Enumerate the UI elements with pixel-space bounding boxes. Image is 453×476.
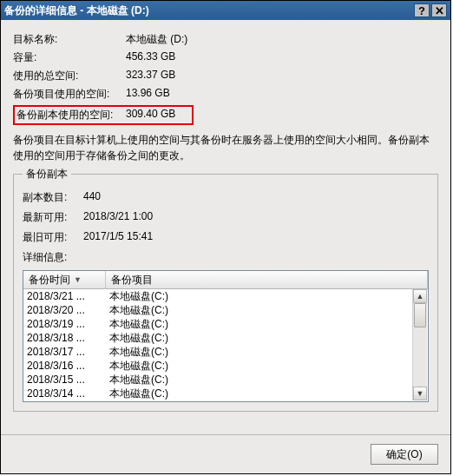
backup-list: 备份时间 ▼ 备份项目 2018/3/21 ...本地磁盘(C:)2018/3/… <box>23 270 429 402</box>
cell-item: 本地磁盘(C:) <box>106 289 428 304</box>
table-row[interactable]: 2018/3/21 ...本地磁盘(C:) <box>23 289 428 303</box>
value-copies: 440 <box>83 190 101 205</box>
value-target-name: 本地磁盘 (D:) <box>126 32 187 47</box>
list-header: 备份时间 ▼ 备份项目 <box>23 271 428 289</box>
scroll-thumb[interactable] <box>414 303 426 327</box>
cell-time: 2018/3/20 ... <box>23 304 106 316</box>
col-header-time-label: 备份时间 <box>29 273 70 288</box>
dialog-body: 目标名称: 本地磁盘 (D:) 容量: 456.33 GB 使用的总空间: 32… <box>1 20 450 434</box>
table-row[interactable]: 2018/3/20 ...本地磁盘(C:) <box>23 303 428 317</box>
label-backup-item-used: 备份项目使用的空间: <box>13 87 126 102</box>
table-row[interactable]: 2018/3/17 ...本地磁盘(C:) <box>23 345 428 359</box>
table-row[interactable]: 2018/3/15 ...本地磁盘(C:) <box>23 373 428 387</box>
cell-time: 2018/3/19 ... <box>23 318 106 330</box>
cell-time: 2018/3/14 ... <box>23 387 106 400</box>
ok-button[interactable]: 确定(O) <box>371 444 438 465</box>
close-button[interactable]: ✕ <box>431 3 447 17</box>
kv-copies: 副本数目: 440 <box>23 190 429 205</box>
kv-capacity: 容量: 456.33 GB <box>13 50 438 65</box>
sort-desc-icon: ▼ <box>74 275 82 284</box>
table-row[interactable]: 2018/3/16 ...本地磁盘(C:) <box>23 359 428 373</box>
help-button[interactable]: ? <box>414 3 430 17</box>
backup-copies-group: 备份副本 副本数目: 440 最新可用: 2018/3/21 1:00 最旧可用… <box>13 167 438 412</box>
label-capacity: 容量: <box>13 50 126 65</box>
value-capacity: 456.33 GB <box>126 50 175 65</box>
kv-target-name: 目标名称: 本地磁盘 (D:) <box>13 32 438 47</box>
description-text: 备份项目在目标计算机上使用的空间与其备份时在服务器上使用的空间大小相同。备份副本… <box>13 132 438 163</box>
group-legend: 备份副本 <box>23 167 71 182</box>
kv-backup-item-used: 备份项目使用的空间: 13.96 GB <box>13 87 438 102</box>
table-row[interactable]: 2018/3/14 ...本地磁盘(C:) <box>23 387 428 400</box>
list-rows: 2018/3/21 ...本地磁盘(C:)2018/3/20 ...本地磁盘(C… <box>23 289 428 400</box>
cell-item: 本地磁盘(C:) <box>106 373 428 387</box>
vertical-scrollbar[interactable]: ▲ ▼ <box>412 289 427 400</box>
cell-item: 本地磁盘(C:) <box>106 303 428 318</box>
cell-item: 本地磁盘(C:) <box>106 331 428 346</box>
dialog-window: 备份的详细信息 - 本地磁盘 (D:) ? ✕ 目标名称: 本地磁盘 (D:) … <box>0 0 451 474</box>
cell-time: 2018/3/21 ... <box>23 290 106 302</box>
label-target-name: 目标名称: <box>13 32 126 47</box>
label-latest: 最新可用: <box>23 210 83 225</box>
kv-backup-copy-used-highlighted: 备份副本使用的空间: 309.40 GB <box>13 105 194 125</box>
label-details: 详细信息: <box>23 250 429 265</box>
value-oldest: 2017/1/5 15:41 <box>83 230 153 245</box>
scroll-track[interactable] <box>413 303 427 387</box>
cell-time: 2018/3/16 ... <box>23 360 106 372</box>
value-backup-copy-used: 309.40 GB <box>126 108 175 122</box>
cell-time: 2018/3/17 ... <box>23 346 106 358</box>
scroll-down-button[interactable]: ▼ <box>413 387 427 400</box>
kv-oldest: 最旧可用: 2017/1/5 15:41 <box>23 230 429 245</box>
cell-item: 本地磁盘(C:) <box>106 317 428 332</box>
label-backup-copy-used: 备份副本使用的空间: <box>16 108 126 122</box>
scroll-up-button[interactable]: ▲ <box>413 289 427 303</box>
kv-latest: 最新可用: 2018/3/21 1:00 <box>23 210 429 225</box>
label-oldest: 最旧可用: <box>23 230 83 245</box>
window-title: 备份的详细信息 - 本地磁盘 (D:) <box>4 3 412 18</box>
value-used-total: 323.37 GB <box>126 69 175 83</box>
value-latest: 2018/3/21 1:00 <box>83 210 153 225</box>
cell-item: 本地磁盘(C:) <box>106 345 428 360</box>
table-row[interactable]: 2018/3/19 ...本地磁盘(C:) <box>23 317 428 331</box>
col-header-item[interactable]: 备份项目 <box>106 271 428 289</box>
col-header-time[interactable]: 备份时间 ▼ <box>23 271 106 289</box>
cell-item: 本地磁盘(C:) <box>106 387 428 401</box>
col-header-item-label: 备份项目 <box>111 274 153 286</box>
table-row[interactable]: 2018/3/18 ...本地磁盘(C:) <box>23 331 428 345</box>
kv-used-total: 使用的总空间: 323.37 GB <box>13 69 438 83</box>
title-bar[interactable]: 备份的详细信息 - 本地磁盘 (D:) ? ✕ <box>1 1 450 20</box>
cell-time: 2018/3/18 ... <box>23 332 106 344</box>
value-backup-item-used: 13.96 GB <box>126 87 170 102</box>
label-used-total: 使用的总空间: <box>13 69 126 83</box>
dialog-footer: 确定(O) <box>1 434 450 473</box>
cell-time: 2018/3/15 ... <box>23 374 106 386</box>
label-copies: 副本数目: <box>23 190 83 205</box>
cell-item: 本地磁盘(C:) <box>106 359 428 374</box>
